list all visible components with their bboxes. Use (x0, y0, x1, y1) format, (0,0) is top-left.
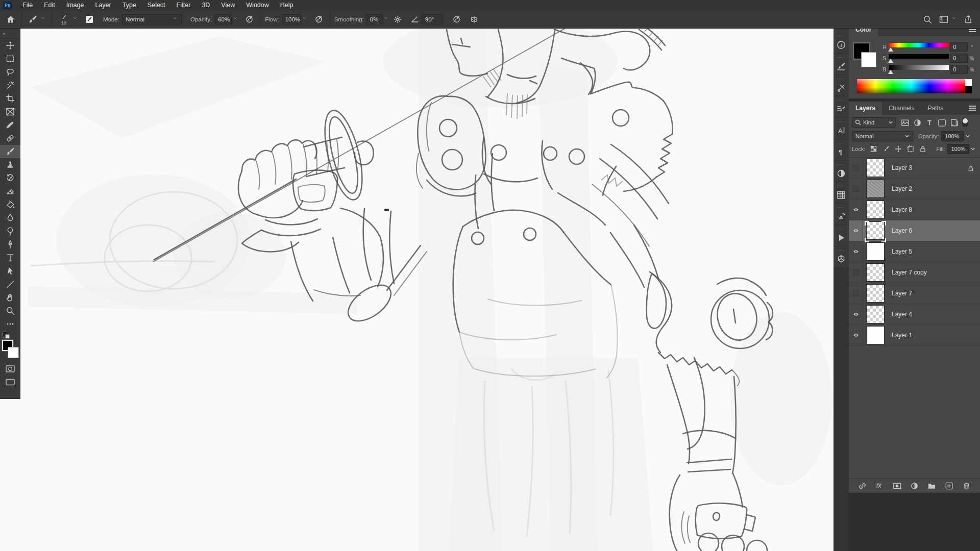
slider-thumb[interactable] (888, 59, 893, 63)
frame-tool[interactable] (0, 105, 20, 118)
layer-visibility-toggle[interactable] (849, 220, 863, 241)
size-pressure-icon[interactable] (450, 13, 463, 26)
layer-visibility-toggle[interactable] (849, 304, 863, 325)
smoothing-field[interactable]: 0% (366, 14, 383, 24)
fill-chevron-icon[interactable] (969, 144, 977, 154)
layer-name[interactable]: Layer 7 (892, 290, 912, 297)
crop-tool[interactable] (0, 92, 20, 105)
layer-thumbnail[interactable] (866, 305, 885, 323)
default-swap-colors[interactable] (2, 331, 19, 339)
menu-file[interactable]: File (17, 0, 38, 10)
eraser-tool[interactable] (0, 185, 20, 198)
menu-select[interactable]: Select (142, 0, 171, 10)
tab-paths[interactable]: Paths (921, 102, 950, 115)
layer-row[interactable]: Layer 5 (849, 241, 980, 262)
panel-icon-character[interactable]: A (834, 118, 849, 139)
opacity-pressure-icon[interactable] (243, 13, 256, 26)
share-icon[interactable] (962, 13, 975, 26)
new-layer-icon[interactable] (943, 481, 955, 491)
lock-checker-icon[interactable] (868, 144, 880, 154)
toolbox-collapse-button[interactable]: » (0, 29, 20, 39)
panel-icon-paragraph[interactable]: ¶ (834, 139, 849, 160)
hand-tool[interactable] (0, 291, 20, 304)
background-color-swatch-panel[interactable] (861, 52, 876, 67)
history-brush-tool[interactable] (0, 171, 20, 185)
layer-row[interactable]: Layer 1 (849, 325, 980, 346)
layer-row[interactable]: Layer 2 (849, 179, 980, 199)
brush-tool[interactable] (0, 145, 20, 158)
filter-toggle-pill[interactable] (962, 118, 968, 127)
tab-layers[interactable]: Layers (849, 102, 882, 115)
layer-name[interactable]: Layer 5 (892, 248, 912, 255)
screen-mode-icon[interactable] (0, 375, 20, 389)
slider-thumb[interactable] (888, 47, 893, 52)
tab-channels[interactable]: Channels (882, 102, 921, 115)
layer-thumbnail[interactable] (866, 159, 885, 177)
slider-track[interactable] (889, 43, 949, 47)
menu-edit[interactable]: Edit (38, 0, 61, 10)
quick-mask-icon[interactable] (0, 362, 20, 375)
spectrum-white-swatch[interactable] (965, 79, 972, 86)
filter-type-small-icon[interactable]: T (923, 117, 936, 128)
brush-picker-chevron-icon[interactable] (71, 14, 80, 24)
layer-mask-icon[interactable] (891, 481, 903, 491)
move-tool[interactable] (0, 39, 20, 52)
layer-thumbnail[interactable] (866, 263, 885, 282)
pen-tool[interactable] (0, 238, 20, 251)
opacity-chevron-icon[interactable] (232, 14, 240, 24)
dodge-tool[interactable] (0, 224, 20, 238)
lock-lock-icon[interactable] (917, 144, 929, 154)
spectrum-black-swatch[interactable] (965, 86, 972, 93)
foreground-background-swatches[interactable] (2, 340, 19, 361)
layers-panel-menu-icon[interactable] (969, 106, 976, 111)
filter-kind-dropdown[interactable]: Kind (852, 117, 896, 128)
panel-icon-tool-presets[interactable] (834, 75, 849, 96)
layer-thumbnail[interactable] (866, 242, 885, 261)
layer-visibility-toggle[interactable] (849, 241, 863, 262)
layer-thumbnail[interactable] (866, 326, 885, 344)
eyedropper-tool[interactable] (0, 118, 20, 132)
adjustment-icon[interactable] (909, 481, 921, 491)
layer-row[interactable]: Layer 8 (849, 199, 980, 220)
layer-name[interactable]: Layer 4 (892, 311, 912, 318)
lasso-tool[interactable] (0, 65, 20, 79)
layer-opacity-field[interactable]: 100% (941, 131, 964, 141)
layer-visibility-toggle[interactable] (849, 262, 863, 283)
smoothing-chevron-icon[interactable] (383, 14, 391, 24)
brush-preset-picker[interactable]: 10 (56, 14, 71, 25)
menu-3d[interactable]: 3D (196, 0, 215, 10)
paint-bucket-tool[interactable] (0, 198, 20, 211)
link-icon[interactable] (856, 481, 869, 491)
background-color-swatch[interactable] (8, 347, 19, 358)
layer-thumbnail[interactable] (866, 284, 885, 303)
menu-help[interactable]: Help (275, 0, 299, 10)
filter-smart-icon[interactable] (948, 117, 960, 128)
fx-icon[interactable]: fx (874, 481, 886, 491)
slider-track[interactable] (889, 65, 949, 70)
workspace-chevron-icon[interactable] (950, 14, 959, 24)
layer-row[interactable]: Layer 3 (849, 158, 980, 179)
panel-icon-actions[interactable] (834, 225, 849, 246)
brush-tool-preset[interactable] (26, 13, 39, 26)
panel-icon-brush-presets[interactable] (834, 96, 849, 117)
delete-layer-icon[interactable] (961, 481, 973, 491)
lock-move-small-icon[interactable] (892, 144, 904, 154)
layer-thumbnail[interactable] (866, 201, 885, 219)
lock-artboard-icon[interactable] (904, 144, 917, 154)
slider-track[interactable] (889, 54, 949, 59)
search-icon[interactable] (921, 13, 934, 26)
marquee-tool[interactable] (0, 52, 20, 65)
opacity-field[interactable]: 60% (214, 14, 232, 24)
layer-name[interactable]: Layer 3 (892, 164, 912, 171)
menu-type[interactable]: Type (117, 0, 142, 10)
ellipsis-icon[interactable] (0, 317, 20, 331)
home-icon[interactable] (4, 13, 17, 26)
clone-stamp-tool[interactable] (0, 158, 20, 171)
opacity-chevron-icon[interactable] (964, 131, 972, 141)
layer-visibility-toggle[interactable] (849, 158, 863, 179)
menu-filter[interactable]: Filter (171, 0, 197, 10)
blur-tool[interactable] (0, 211, 20, 224)
panel-icon-swatches[interactable] (834, 182, 849, 203)
layer-row[interactable]: Layer 7 copy (849, 262, 980, 283)
document-canvas[interactable]: .k{fill:none;stroke:#525252;stroke-width… (0, 29, 834, 551)
